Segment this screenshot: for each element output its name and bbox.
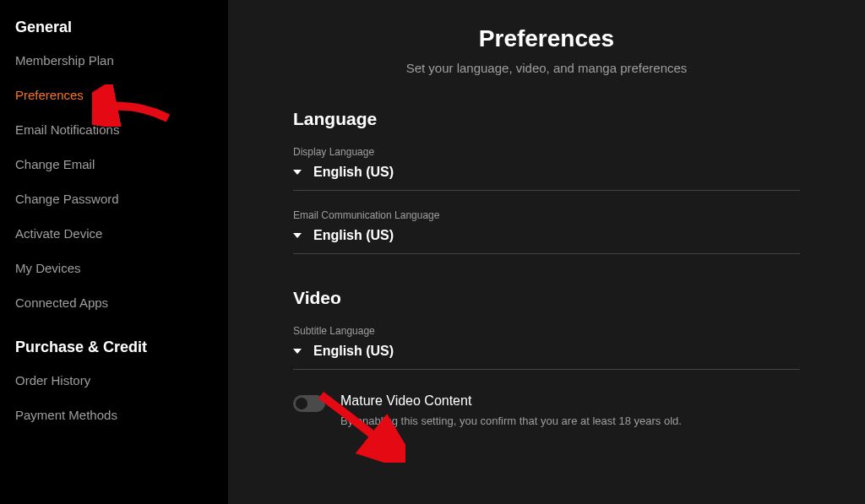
display-language-label: Display Language — [293, 146, 800, 158]
sidebar-item-order-history[interactable]: Order History — [15, 373, 213, 387]
mature-content-setting: Mature Video Content By enabling this se… — [293, 393, 800, 429]
subtitle-language-label: Subtitle Language — [293, 325, 800, 337]
mature-content-description: By enabling this setting, you confirm th… — [340, 414, 800, 429]
display-language-value: English (US) — [313, 165, 394, 180]
sidebar-item-payment-methods[interactable]: Payment Methods — [15, 408, 213, 422]
subtitle-language-value: English (US) — [313, 344, 394, 359]
sidebar-item-connected-apps[interactable]: Connected Apps — [15, 295, 213, 310]
email-language-label: Email Communication Language — [293, 209, 800, 221]
caret-down-icon — [293, 349, 302, 354]
caret-down-icon — [293, 233, 302, 238]
toggle-knob-icon — [296, 398, 307, 409]
sidebar-item-membership-plan[interactable]: Membership Plan — [15, 53, 213, 68]
sidebar-item-change-password[interactable]: Change Password — [15, 192, 213, 206]
section-title-video: Video — [293, 288, 800, 308]
sidebar-group-purchase-credit: Purchase & Credit — [15, 339, 213, 356]
subtitle-language-field: Subtitle Language English (US) — [293, 325, 800, 370]
mature-content-title: Mature Video Content — [340, 393, 800, 409]
sidebar-item-activate-device[interactable]: Activate Device — [15, 226, 213, 241]
email-language-field: Email Communication Language English (US… — [293, 209, 800, 254]
sidebar-item-my-devices[interactable]: My Devices — [15, 261, 213, 275]
sidebar-item-preferences[interactable]: Preferences — [15, 88, 213, 102]
email-language-value: English (US) — [313, 228, 394, 243]
sidebar-group-general: General — [15, 19, 213, 36]
section-title-language: Language — [293, 109, 800, 129]
display-language-dropdown[interactable]: English (US) — [293, 165, 800, 180]
sidebar-item-email-notifications[interactable]: Email Notifications — [15, 122, 213, 137]
main-panel: Preferences Set your language, video, an… — [228, 0, 865, 504]
display-language-field: Display Language English (US) — [293, 146, 800, 191]
sidebar: General Membership Plan Preferences Emai… — [0, 0, 228, 504]
page-title: Preferences — [293, 25, 800, 52]
page-subtitle: Set your language, video, and manga pref… — [293, 61, 800, 75]
mature-content-toggle[interactable] — [293, 395, 325, 412]
email-language-dropdown[interactable]: English (US) — [293, 228, 800, 243]
subtitle-language-dropdown[interactable]: English (US) — [293, 344, 800, 359]
sidebar-item-change-email[interactable]: Change Email — [15, 157, 213, 171]
caret-down-icon — [293, 170, 302, 175]
